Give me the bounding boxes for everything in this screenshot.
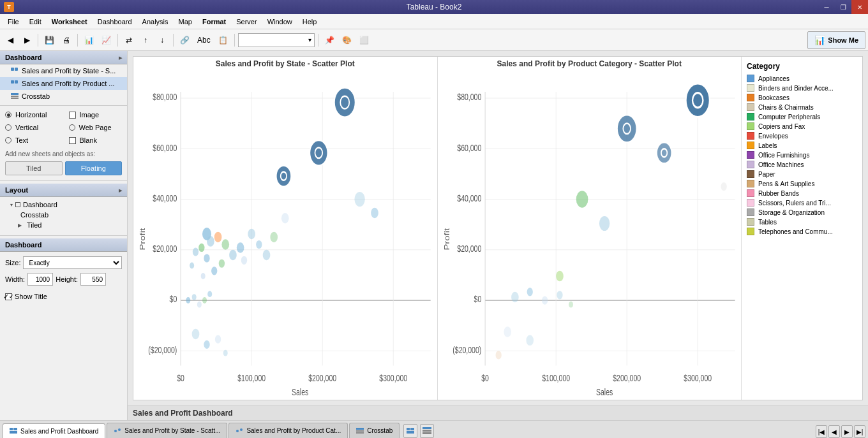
right-plot-dot[interactable] (504, 326, 511, 337)
height-input[interactable] (80, 273, 106, 286)
vertical-radio[interactable] (5, 124, 11, 131)
collapse-btn[interactable]: ▸ (119, 54, 122, 61)
restore-button[interactable]: ❐ (835, 0, 851, 14)
menu-map[interactable]: Map (174, 15, 197, 29)
toolbar-save-btn[interactable]: 💾 (41, 32, 57, 48)
plot-dot[interactable] (241, 256, 247, 265)
right-plot-dot[interactable] (526, 335, 534, 346)
toolbar-pin-btn[interactable]: 📌 (322, 32, 338, 48)
sheet-item-1[interactable]: Sales and Profit by State - S... (0, 64, 127, 77)
plot-dot[interactable] (248, 229, 255, 240)
legend-item-6[interactable]: Envelopes (747, 132, 857, 140)
toolbar-marks-btn[interactable]: 📋 (215, 32, 231, 48)
right-plot-dot[interactable] (599, 216, 609, 231)
toolbar-color-btn[interactable]: 🎨 (339, 32, 355, 48)
plot-dot[interactable] (197, 302, 202, 308)
plot-dot[interactable] (204, 340, 209, 349)
right-plot-dot[interactable] (527, 288, 532, 296)
right-plot-dot[interactable] (557, 291, 562, 299)
toolbar-chart2-btn[interactable]: 📈 (98, 32, 114, 48)
blank-checkbox[interactable] (69, 137, 76, 144)
tab-nav-last[interactable]: ▶| (854, 425, 865, 438)
image-checkbox[interactable] (69, 112, 76, 119)
plot-dot[interactable] (198, 244, 204, 252)
plot-dot[interactable] (276, 166, 291, 187)
obj-text[interactable]: Text (0, 134, 64, 147)
menu-dashboard[interactable]: Dashboard (93, 15, 137, 29)
tab-nav-first[interactable]: |◀ (816, 425, 827, 438)
plot-dot[interactable] (221, 239, 229, 250)
menu-file[interactable]: File (3, 15, 24, 29)
right-plot-dot[interactable] (656, 142, 671, 163)
right-plot-dot[interactable] (617, 115, 636, 142)
obj-webpage[interactable]: Web Page (64, 121, 128, 134)
plot-dot[interactable] (192, 329, 200, 340)
plot-dot[interactable] (229, 250, 237, 261)
legend-item-3[interactable]: Chairs & Chairmats (747, 103, 857, 111)
legend-item-9[interactable]: Office Machines (747, 161, 857, 168)
toolbar-swap-btn[interactable]: ⇄ (121, 32, 137, 48)
menu-edit[interactable]: Edit (24, 15, 47, 29)
layout-dashboard[interactable]: ▾ Dashboard (0, 200, 127, 210)
plot-dot[interactable] (219, 259, 225, 268)
plot-dot[interactable] (186, 297, 190, 303)
right-plot-dot[interactable] (511, 292, 519, 303)
plot-dot[interactable] (214, 232, 222, 243)
tab-state-scatter[interactable]: Sales and Profit by State - Scatt... (107, 423, 227, 438)
legend-item-2[interactable]: Bookcases (747, 94, 857, 101)
plot-dot[interactable] (237, 242, 244, 253)
minimize-button[interactable]: ─ (818, 0, 835, 14)
tab-nav-next[interactable]: ▶ (841, 425, 853, 438)
menu-window[interactable]: Window (262, 15, 297, 29)
legend-item-5[interactable]: Copiers and Fax (747, 122, 857, 130)
toolbar-sort-asc-btn[interactable]: ↑ (138, 32, 153, 48)
plot-dot[interactable] (215, 335, 221, 344)
sheet-item-3[interactable]: Crosstab (0, 90, 127, 103)
plot-dot[interactable] (270, 232, 278, 243)
tab-nav-prev[interactable]: ◀ (828, 425, 840, 438)
plot-dot[interactable] (371, 208, 378, 219)
legend-item-1[interactable]: Binders and Binder Acce... (747, 84, 857, 92)
plot-dot[interactable] (190, 263, 194, 269)
toolbar-label-btn[interactable]: Abc (194, 32, 214, 48)
plot-dot[interactable] (207, 291, 212, 297)
webpage-radio[interactable] (69, 124, 75, 131)
plot-dot[interactable] (204, 254, 209, 262)
tab-dashboard[interactable]: Sales and Profit Dashboard (3, 423, 105, 438)
obj-image[interactable]: Image (64, 108, 128, 121)
menu-help[interactable]: Help (297, 15, 322, 29)
legend-item-4[interactable]: Computer Peripherals (747, 113, 857, 120)
tab-crosstab[interactable]: Crosstab (349, 423, 400, 438)
right-plot-dot[interactable] (541, 296, 547, 304)
plot-dot[interactable] (334, 87, 355, 117)
plot-dot[interactable] (201, 273, 206, 279)
layout-crosstab[interactable]: Crosstab (0, 210, 127, 220)
tiled-button[interactable]: Tiled (5, 161, 63, 175)
horizontal-radio[interactable] (5, 112, 11, 118)
obj-blank[interactable]: Blank (64, 134, 128, 147)
plot-dot[interactable] (207, 236, 214, 247)
toolbar-dropdown[interactable]: ▾ (238, 33, 315, 47)
floating-button[interactable]: Floating (65, 161, 123, 175)
toolbar-forward-btn[interactable]: ▶ (19, 32, 34, 48)
show-me-button[interactable]: 📊 Show Me (807, 31, 865, 49)
menu-format[interactable]: Format (197, 15, 231, 29)
legend-item-12[interactable]: Rubber Bands (747, 189, 857, 197)
right-plot-dot[interactable] (685, 84, 709, 117)
plot-dot[interactable] (193, 247, 198, 256)
legend-item-7[interactable]: Labels (747, 142, 857, 149)
size-dropdown[interactable]: Exactly Automatic Range (23, 256, 122, 269)
sheet-item-2[interactable]: Sales and Profit by Product ... (0, 77, 127, 90)
width-input[interactable] (27, 273, 53, 286)
toolbar-chart-btn[interactable]: 📊 (81, 32, 97, 48)
menu-worksheet[interactable]: Worksheet (47, 15, 93, 29)
plot-dot[interactable] (281, 213, 289, 224)
legend-item-13[interactable]: Scissors, Rulers and Tri... (747, 199, 857, 207)
right-plot-dot[interactable] (576, 191, 588, 207)
layout-collapse-btn[interactable]: ▸ (119, 187, 122, 194)
right-plot-dot[interactable] (556, 271, 564, 282)
legend-item-0[interactable]: Appliances (747, 75, 857, 82)
legend-item-16[interactable]: Telephones and Commu... (747, 228, 857, 235)
toolbar-sort-desc-btn[interactable]: ↓ (154, 32, 170, 48)
right-plot-dot[interactable] (495, 351, 501, 359)
